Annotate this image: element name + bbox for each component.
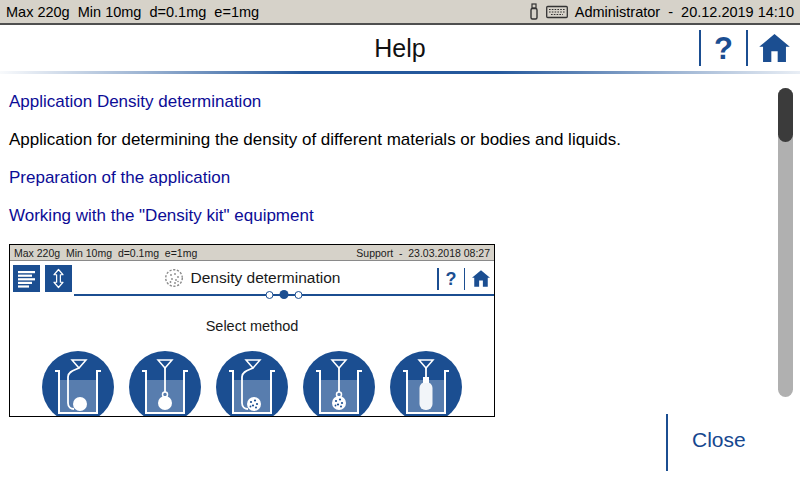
link-preparation[interactable]: Preparation of the application bbox=[9, 168, 800, 188]
title-bar: Help ? bbox=[0, 25, 800, 71]
embed-app-title: Density determination bbox=[191, 269, 341, 287]
method-pycnometer-bottle-icon bbox=[390, 351, 462, 417]
divider bbox=[746, 30, 748, 66]
page-title: Help bbox=[0, 34, 800, 63]
embed-toolbar-underline bbox=[74, 294, 494, 296]
user-datetime: Administrator - 20.12.2019 14:10 bbox=[575, 4, 794, 20]
up-down-arrows-icon bbox=[48, 268, 69, 289]
metrology-info: Max 220g Min 10mg d=0.1mg e=1mg bbox=[6, 4, 259, 20]
divider bbox=[699, 30, 701, 66]
help-button[interactable]: ? bbox=[712, 33, 735, 64]
method-porous-sample-on-hook-icon bbox=[216, 351, 288, 417]
divider bbox=[437, 268, 439, 290]
page-dot bbox=[295, 291, 303, 299]
home-button[interactable] bbox=[759, 34, 790, 62]
embed-toolbar-actions: ? bbox=[437, 268, 490, 290]
task-list-icon bbox=[17, 269, 36, 288]
home-icon bbox=[759, 34, 790, 62]
embed-home-icon bbox=[472, 270, 490, 287]
embed-sort-button bbox=[45, 265, 72, 292]
embed-title-group: Density determination bbox=[10, 261, 494, 294]
embedded-screenshot: Max 220g Min 10mg d=0.1mg e=1mg Support … bbox=[9, 244, 495, 417]
help-content: Application Density determination Applic… bbox=[0, 74, 800, 417]
embed-select-method-label: Select method bbox=[10, 318, 494, 334]
close-button[interactable]: Close bbox=[692, 428, 746, 452]
embed-user-datetime: Support - 23.03.2018 08:27 bbox=[356, 247, 490, 259]
embed-task-list-button bbox=[13, 265, 40, 292]
link-application-density[interactable]: Application Density determination bbox=[9, 92, 800, 112]
help-screen: Max 220g Min 10mg d=0.1mg e=1mg Administ… bbox=[0, 0, 800, 480]
method-solid-sample-on-hook-icon bbox=[42, 351, 114, 417]
usb-stick-icon bbox=[529, 3, 539, 20]
page-dot-active bbox=[280, 290, 289, 299]
method-icon-row bbox=[10, 351, 494, 417]
footer-divider bbox=[666, 414, 668, 471]
embed-toolbar: Density determination ? bbox=[10, 261, 494, 294]
page-dot bbox=[266, 291, 274, 299]
method-porous-sample-suspended-icon bbox=[303, 351, 375, 417]
divider bbox=[464, 268, 466, 290]
link-working-density-kit[interactable]: Working with the "Density kit" equipment bbox=[9, 206, 800, 226]
keyboard-icon bbox=[546, 5, 568, 19]
status-bar: Max 220g Min 10mg d=0.1mg e=1mg Administ… bbox=[0, 0, 800, 25]
embed-metrology-info: Max 220g Min 10mg d=0.1mg e=1mg bbox=[14, 247, 197, 259]
description-text: Application for determining the density … bbox=[9, 130, 800, 150]
method-solid-sample-suspended-icon bbox=[129, 351, 201, 417]
page-indicator bbox=[266, 290, 303, 299]
embed-help-icon: ? bbox=[446, 270, 457, 288]
density-sphere-icon bbox=[164, 268, 184, 288]
scrollbar-thumb[interactable] bbox=[778, 88, 793, 142]
status-bar-right: Administrator - 20.12.2019 14:10 bbox=[529, 3, 794, 20]
title-bar-actions: ? bbox=[699, 30, 800, 66]
embed-status-bar: Max 220g Min 10mg d=0.1mg e=1mg Support … bbox=[10, 245, 494, 261]
